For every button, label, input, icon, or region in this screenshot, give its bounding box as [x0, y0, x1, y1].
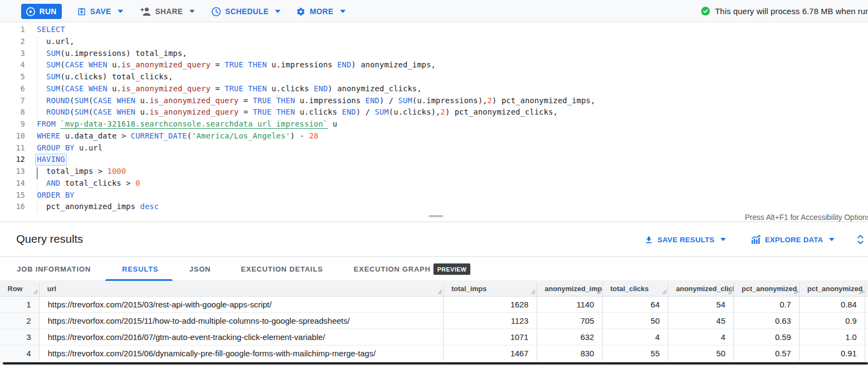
- column-resize-grip-icon[interactable]: [727, 290, 732, 294]
- cell-total_imps: 1071: [444, 329, 537, 345]
- share-menu-button[interactable]: SHARE: [139, 4, 195, 19]
- column-header-label: total_imps: [451, 285, 487, 293]
- column-header-url[interactable]: url: [40, 282, 444, 297]
- expand-results-button[interactable]: [856, 222, 868, 257]
- tab-json[interactable]: JSON: [189, 257, 211, 281]
- table-row: 3https://trevorfox.com/2016/07/gtm-auto-…: [0, 329, 868, 345]
- share-caret-icon: [189, 10, 195, 13]
- code-line: SUM(u.clicks) total_clicks,: [37, 71, 868, 83]
- clock-icon: [212, 7, 221, 16]
- run-button-label: RUN: [39, 7, 56, 16]
- cell-anonymized_imps: 1140: [537, 297, 603, 313]
- save-menu-label: SAVE: [90, 7, 111, 16]
- column-resize-grip-icon[interactable]: [33, 290, 38, 294]
- line-number: 6: [0, 83, 25, 95]
- table-row: 4https://trevorfox.com/2015/06/dynamical…: [0, 345, 868, 362]
- column-resize-grip-icon[interactable]: [859, 290, 864, 294]
- column-header-total_imps[interactable]: total_imps: [444, 282, 537, 297]
- tab-results[interactable]: RESULTS: [122, 257, 158, 281]
- line-number: 8: [0, 106, 25, 118]
- cell-pct_anonymized_imps: 0.7: [734, 297, 800, 313]
- line-number: 12: [0, 154, 25, 166]
- cell-total_clicks: 55: [603, 345, 668, 362]
- cell-total_imps: 1467: [444, 345, 537, 362]
- column-header-anonymized_imps[interactable]: anonymized_imps: [537, 282, 603, 297]
- column-header-pct_anonymized_imps[interactable]: pct_anonymized_imps: [734, 282, 800, 297]
- code-line: SUM(CASE WHEN u.is_anonymized_query = TR…: [37, 59, 868, 71]
- column-header-label: anonymized_clicks: [676, 285, 734, 293]
- cell-url[interactable]: https://trevorfox.com/2015/06/dynamicall…: [40, 345, 444, 362]
- query-results-header: Query results SAVE RESULTS EXPLORE DATA: [0, 222, 868, 257]
- unfold-more-icon: [856, 235, 865, 244]
- more-menu-button[interactable]: MORE: [296, 4, 346, 19]
- save-menu-button[interactable]: SAVE: [77, 4, 123, 19]
- line-number: 3: [0, 48, 25, 60]
- query-results-title: Query results: [16, 232, 83, 246]
- query-validation-status: This query will process 6.78 MB when run: [701, 0, 868, 22]
- cell-stub: [865, 313, 868, 329]
- cell-total_clicks: 64: [603, 297, 668, 313]
- tab-execution-details[interactable]: EXECUTION DETAILS: [241, 257, 323, 281]
- column-resize-grip-icon[interactable]: [793, 290, 798, 294]
- tab-job-information[interactable]: JOB INFORMATION: [17, 257, 91, 281]
- query-toolbar: RUN SAVE SHARE SCHEDULE: [0, 0, 868, 22]
- column-header-anonymized_clicks[interactable]: anonymized_clicks: [668, 282, 734, 297]
- chart-insights-icon: [751, 235, 761, 244]
- schedule-caret-icon: [275, 10, 280, 13]
- code-line: SELECT: [37, 24, 868, 36]
- line-number: 10: [0, 130, 25, 142]
- column-resize-grip-icon[interactable]: [531, 290, 535, 294]
- cell-pct_anonymized_clicks: 0.91: [800, 345, 865, 362]
- column-resize-grip-icon[interactable]: [662, 290, 667, 294]
- line-number: 9: [0, 118, 25, 130]
- check-circle-icon: [701, 7, 710, 16]
- line-number: 2: [0, 36, 25, 48]
- save-results-button[interactable]: SAVE RESULTS: [644, 222, 726, 257]
- column-resize-grip-icon[interactable]: [596, 290, 601, 294]
- cell-url[interactable]: https://trevorfox.com/2015/11/how-to-add…: [40, 313, 444, 329]
- text-cursor: [37, 167, 38, 179]
- more-menu-label: MORE: [310, 7, 334, 16]
- line-number: 7: [0, 95, 25, 107]
- cell-anonymized_clicks: 4: [668, 329, 734, 345]
- cell-url[interactable]: https://trevorfox.com/2015/03/rest-api-w…: [40, 297, 444, 313]
- schedule-menu-button[interactable]: SCHEDULE: [212, 4, 280, 19]
- run-button[interactable]: RUN: [21, 4, 62, 19]
- cell-url[interactable]: https://trevorfox.com/2016/07/gtm-auto-e…: [40, 329, 444, 345]
- cell-stub: [865, 345, 868, 362]
- bigquery-editor-page: RUN SAVE SHARE SCHEDULE: [0, 0, 868, 365]
- play-circle-icon: [26, 7, 35, 16]
- horizontal-scrollbar-thumb[interactable]: [3, 362, 868, 365]
- line-number: 14: [0, 178, 25, 190]
- table-row: 1https://trevorfox.com/2015/03/rest-api-…: [0, 297, 868, 313]
- share-menu-label: SHARE: [155, 7, 183, 16]
- column-resize-grip-icon[interactable]: [437, 290, 442, 294]
- code-line: total_imps > 1000: [37, 166, 868, 178]
- explore-data-button[interactable]: EXPLORE DATA: [751, 222, 834, 257]
- cell-anonymized_imps: 705: [537, 313, 603, 329]
- column-header-label: total_clicks: [610, 285, 649, 293]
- cell-pct_anonymized_clicks: 0.9: [800, 313, 865, 329]
- explore-data-caret-icon: [829, 238, 834, 241]
- column-header-Row[interactable]: Row: [0, 282, 40, 297]
- cell-stub: [865, 329, 868, 345]
- splitter-drag-handle[interactable]: [429, 215, 443, 217]
- cell-pct_anonymized_clicks: 1.0: [800, 329, 865, 345]
- column-header-label: url: [47, 285, 56, 293]
- cell-total_clicks: 4: [603, 329, 668, 345]
- editor-code: SELECT u.url, SUM(u.impressions) total_i…: [37, 24, 868, 213]
- download-icon: [644, 235, 653, 244]
- line-number: 1: [0, 24, 25, 36]
- column-header-total_clicks[interactable]: total_clicks: [603, 282, 668, 297]
- code-line: ROUND(SUM(CASE WHEN u.is_anonymized_quer…: [37, 95, 868, 107]
- column-header-stub: [865, 282, 868, 297]
- cell-total_clicks: 50: [603, 313, 668, 329]
- save-caret-icon: [118, 10, 123, 13]
- explore-data-label: EXPLORE DATA: [765, 236, 823, 244]
- tab-execution-graph[interactable]: EXECUTION GRAPH: [354, 257, 431, 281]
- line-number: 4: [0, 59, 25, 71]
- column-header-label: anonymized_imps: [545, 285, 603, 293]
- sql-editor[interactable]: 12345678910111213141516 SELECT u.url, SU…: [0, 22, 868, 213]
- column-header-pct_anonymized_clicks[interactable]: pct_anonymized_clicks: [800, 282, 865, 297]
- cell-anonymized_clicks: 50: [668, 345, 734, 362]
